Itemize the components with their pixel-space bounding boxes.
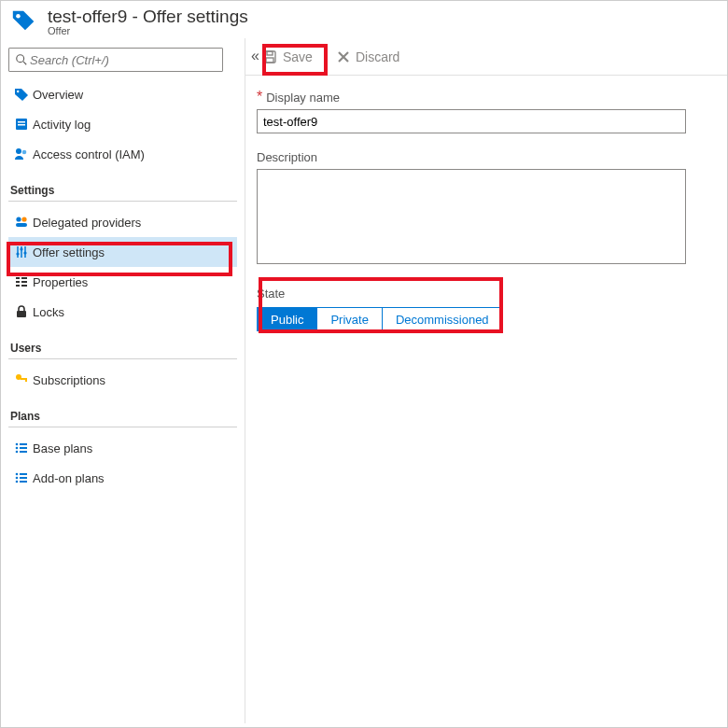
- close-icon: [337, 50, 350, 63]
- nav-delegated-providers[interactable]: Delegated providers: [8, 207, 237, 237]
- display-name-input[interactable]: [257, 109, 686, 133]
- nav-label: Activity log: [33, 118, 91, 132]
- command-bar: Save Discard: [245, 38, 727, 76]
- svg-rect-29: [20, 443, 27, 445]
- state-option-public[interactable]: Public: [257, 307, 317, 331]
- nav-label: Delegated providers: [33, 216, 141, 230]
- nav-base-plans[interactable]: Base plans: [8, 433, 237, 463]
- svg-point-28: [16, 443, 19, 446]
- svg-rect-21: [21, 277, 27, 279]
- svg-rect-27: [25, 378, 27, 382]
- svg-rect-11: [16, 223, 27, 227]
- svg-point-38: [16, 481, 19, 483]
- svg-point-0: [16, 14, 21, 19]
- required-marker: *: [257, 89, 262, 105]
- nav-label: Offer settings: [33, 245, 105, 259]
- svg-point-3: [17, 91, 19, 92]
- svg-rect-35: [20, 473, 27, 475]
- description-input[interactable]: [257, 169, 686, 264]
- section-plans-label: Plans: [10, 410, 237, 423]
- svg-rect-6: [18, 124, 25, 126]
- svg-rect-41: [267, 51, 273, 55]
- svg-rect-31: [20, 447, 27, 449]
- svg-point-10: [21, 217, 26, 221]
- svg-rect-42: [266, 58, 273, 63]
- nav-label: Subscriptions: [33, 373, 105, 387]
- log-icon: [10, 117, 33, 132]
- nav-activity-log[interactable]: Activity log: [8, 109, 237, 139]
- lock-icon: [10, 304, 33, 319]
- svg-point-36: [16, 477, 19, 480]
- svg-rect-22: [21, 281, 27, 283]
- svg-point-34: [16, 473, 19, 476]
- sidebar: « Overview Activity log Access control (…: [1, 38, 245, 723]
- description-label: Description: [257, 150, 317, 164]
- divider: [8, 427, 237, 427]
- svg-line-2: [23, 62, 26, 64]
- svg-point-1: [17, 55, 24, 63]
- nav-label: Locks: [33, 305, 64, 319]
- sidebar-search[interactable]: [8, 48, 223, 72]
- blade-header: test-offer9 - Offer settings Offer: [1, 1, 727, 38]
- save-icon: [262, 49, 277, 64]
- svg-point-7: [16, 148, 21, 154]
- nav-overview[interactable]: Overview: [8, 79, 237, 109]
- discard-label: Discard: [356, 49, 399, 64]
- nav-addon-plans[interactable]: Add-on plans: [8, 463, 237, 493]
- svg-rect-20: [16, 285, 20, 287]
- svg-point-30: [16, 447, 19, 450]
- list-icon: [10, 470, 33, 485]
- svg-rect-5: [18, 121, 25, 123]
- state-label: State: [257, 287, 285, 301]
- svg-rect-37: [20, 477, 27, 479]
- svg-rect-24: [17, 311, 26, 317]
- app-frame: test-offer9 - Offer settings Offer « Ove…: [0, 0, 728, 728]
- list-icon: [10, 441, 33, 455]
- divider: [8, 201, 237, 202]
- properties-icon: [10, 274, 33, 289]
- svg-rect-39: [20, 481, 27, 483]
- svg-point-17: [23, 251, 26, 254]
- svg-point-8: [22, 150, 27, 155]
- svg-rect-18: [16, 277, 20, 279]
- svg-rect-19: [16, 281, 20, 283]
- blade-body: « Overview Activity log Access control (…: [1, 38, 727, 723]
- offer-tag-icon: [10, 7, 38, 35]
- collapse-sidebar-icon[interactable]: «: [251, 48, 259, 64]
- state-option-decommissioned[interactable]: Decommissioned: [382, 307, 503, 331]
- tag-icon: [10, 87, 33, 102]
- people-icon: [10, 147, 33, 161]
- nav-properties[interactable]: Properties: [8, 267, 237, 297]
- nav-label: Overview: [33, 88, 83, 102]
- svg-rect-33: [20, 451, 27, 453]
- nav-label: Properties: [33, 275, 88, 289]
- save-label: Save: [283, 49, 313, 64]
- search-input[interactable]: [28, 52, 217, 68]
- form-area: *Display name Description State Public P…: [245, 76, 727, 331]
- providers-icon: [10, 215, 33, 230]
- nav-access-control[interactable]: Access control (IAM): [8, 139, 237, 169]
- divider: [8, 358, 237, 359]
- nav-label: Access control (IAM): [33, 147, 145, 161]
- nav-label: Base plans: [33, 441, 92, 455]
- nav-offer-settings[interactable]: Offer settings: [8, 237, 237, 267]
- section-settings-label: Settings: [10, 184, 237, 197]
- blade-title: test-offer9 - Offer settings: [48, 7, 248, 27]
- display-name-label: Display name: [266, 91, 340, 105]
- main-pane: Save Discard *Display name Description S: [245, 38, 727, 723]
- sliders-icon: [10, 245, 33, 259]
- save-button[interactable]: Save: [262, 49, 313, 64]
- svg-rect-23: [21, 285, 27, 287]
- nav-label: Add-on plans: [33, 471, 105, 485]
- svg-point-9: [16, 217, 21, 221]
- search-icon: [15, 53, 28, 66]
- state-segmented-control: Public Private Decommissioned: [257, 307, 727, 331]
- state-option-private[interactable]: Private: [316, 307, 382, 331]
- section-users-label: Users: [10, 342, 237, 355]
- nav-locks[interactable]: Locks: [8, 297, 237, 327]
- svg-point-15: [16, 252, 19, 255]
- discard-button[interactable]: Discard: [337, 49, 399, 64]
- key-icon: [10, 372, 33, 387]
- svg-point-16: [20, 247, 22, 250]
- nav-subscriptions[interactable]: Subscriptions: [8, 365, 237, 395]
